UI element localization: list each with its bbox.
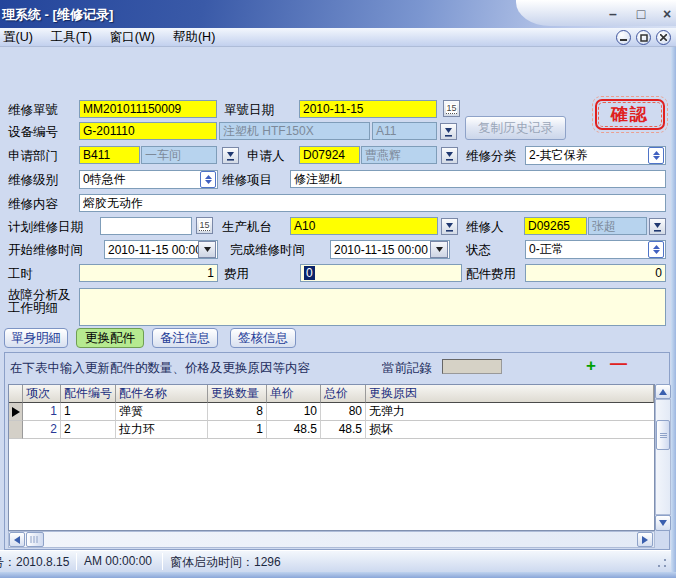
repairer-lookup-button[interactable] <box>649 218 666 235</box>
requester-lookup-button[interactable] <box>441 147 458 164</box>
start-time-combo[interactable]: 2010-11-15 00:00 <box>104 240 218 259</box>
grid-scroll-right-button[interactable] <box>637 532 653 547</box>
tab-replace-parts[interactable]: 更换配件 <box>76 328 144 348</box>
request-dept-lookup-button[interactable] <box>222 147 239 164</box>
window-title: 理系统 - [维修记录] <box>2 6 113 24</box>
order-date-field[interactable]: 2010-11-15 <box>299 100 437 118</box>
grid-scroll-down-button[interactable] <box>655 515 671 531</box>
status-label: 状态 <box>466 241 491 259</box>
scroll-down-icon <box>659 520 667 526</box>
menu-item-window[interactable]: 窗口(W) <box>101 29 164 46</box>
requester-code-field[interactable]: D07924 <box>299 146 360 164</box>
repair-category-combo[interactable]: 2-其它保养 <box>525 146 666 165</box>
spin-down-icon <box>653 250 660 254</box>
lookup-arrow-icon <box>444 127 453 137</box>
planned-date-picker-button[interactable]: 15 <box>196 217 213 234</box>
cell-item[interactable]: 2 <box>23 421 61 439</box>
cell-qty[interactable]: 8 <box>208 403 267 421</box>
request-dept-label: 申请部门 <box>8 147 58 165</box>
repair-level-combo[interactable]: 0特急件 <box>79 170 218 189</box>
window-close-button[interactable]: × <box>658 4 676 23</box>
cell-part-name[interactable]: 弹簧 <box>116 403 208 421</box>
fault-analysis-textarea[interactable] <box>79 288 666 326</box>
spin-up-icon <box>653 245 660 249</box>
cell-part-no[interactable]: 2 <box>61 421 116 439</box>
add-row-button[interactable]: + <box>586 357 596 374</box>
grid-header-total-price[interactable]: 总价 <box>321 385 366 403</box>
finish-time-combo[interactable]: 2010-11-15 00:00 <box>330 240 450 259</box>
copy-history-button[interactable]: 复制历史记录 <box>465 116 566 140</box>
grid-header-reason[interactable]: 更换原因 <box>366 385 654 403</box>
spin-down-icon <box>653 156 660 160</box>
cell-unit-price[interactable]: 10 <box>267 403 321 421</box>
request-dept-code-field[interactable]: B411 <box>79 146 140 164</box>
status-time: AM 00:00:00 <box>84 554 152 568</box>
spinner-icon[interactable] <box>648 241 664 258</box>
grid-header-qty[interactable]: 更换数量 <box>208 385 267 403</box>
repair-content-field[interactable]: 熔胶无动作 <box>79 194 666 212</box>
menu-item-tools[interactable]: 工具(T) <box>42 29 101 46</box>
grid-header-part-name[interactable]: 配件名称 <box>116 385 208 403</box>
status-startup-time: 窗体启动时间：1296 <box>170 554 281 571</box>
menu-item-settings[interactable]: 置(U) <box>0 29 42 46</box>
mdi-restore-button[interactable] <box>636 30 651 45</box>
tab-remarks[interactable]: 备注信息 <box>152 328 218 348</box>
cell-item[interactable]: 1 <box>23 403 61 421</box>
cell-reason[interactable]: 无弹力 <box>366 403 654 421</box>
work-hours-field[interactable]: 1 <box>79 264 218 282</box>
dropdown-button[interactable] <box>430 241 448 258</box>
equipment-no-field[interactable]: G-201110 <box>79 122 217 140</box>
grid-hscrollbar-track[interactable] <box>8 531 655 548</box>
repair-project-field[interactable]: 修注塑机 <box>290 170 666 188</box>
cell-qty[interactable]: 1 <box>208 421 267 439</box>
parts-cost-field[interactable]: 0 <box>525 264 666 282</box>
table-row[interactable]: 1 1 弹簧 8 10 80 无弹力 <box>9 403 654 421</box>
parts-grid: 项次 配件编号 配件名称 更换数量 单价 总价 更换原因 1 1 弹簧 8 10… <box>8 384 655 531</box>
spinner-icon[interactable] <box>648 147 664 164</box>
cell-part-name[interactable]: 拉力环 <box>116 421 208 439</box>
equipment-lookup-button[interactable] <box>440 123 457 140</box>
tab-approval[interactable]: 签核信息 <box>230 328 296 348</box>
grid-header-part-no[interactable]: 配件编号 <box>61 385 116 403</box>
repairer-name-field: 张超 <box>588 217 647 235</box>
requester-name-field: 曹燕辉 <box>361 146 437 164</box>
planned-date-field[interactable] <box>100 217 192 235</box>
grid-scroll-left-button[interactable] <box>9 532 25 547</box>
spinner-icon[interactable] <box>200 171 216 188</box>
grid-header-item[interactable]: 项次 <box>23 385 61 403</box>
production-machine-lookup-button[interactable] <box>441 218 458 235</box>
grid-header-unit-price[interactable]: 单价 <box>267 385 321 403</box>
status-combo[interactable]: 0-正常 <box>525 240 666 259</box>
row-marker <box>9 421 23 439</box>
resize-grip[interactable] <box>657 558 667 568</box>
order-date-picker-button[interactable]: 15 <box>443 100 460 117</box>
status-separator <box>162 553 163 570</box>
window-minimize-button[interactable]: – <box>604 4 622 23</box>
mdi-close-button[interactable] <box>656 30 671 45</box>
cell-unit-price[interactable]: 48.5 <box>267 421 321 439</box>
table-row[interactable]: 2 2 拉力环 1 48.5 48.5 损坏 <box>9 421 654 439</box>
repairer-code-field[interactable]: D09265 <box>524 217 587 235</box>
mdi-minimize-button[interactable] <box>616 30 631 45</box>
spin-up-icon <box>653 151 660 155</box>
planned-date-label: 计划维修日期 <box>8 218 83 236</box>
cell-total-price[interactable]: 48.5 <box>321 421 366 439</box>
grid-scrollbar-thumb[interactable] <box>656 420 670 450</box>
grid-scroll-up-button[interactable] <box>655 384 671 399</box>
dropdown-button[interactable] <box>198 241 216 258</box>
menu-item-help[interactable]: 帮助(H) <box>164 29 224 46</box>
cell-total-price[interactable]: 80 <box>321 403 366 421</box>
repair-no-field[interactable]: MM201011150009 <box>79 100 217 118</box>
repair-category-label: 维修分类 <box>466 147 516 165</box>
cost-field[interactable]: 0 <box>300 264 462 282</box>
repair-content-label: 维修内容 <box>8 195 58 213</box>
grid-hscrollbar-thumb[interactable] <box>26 532 44 547</box>
grid-scrollbar-track[interactable] <box>655 399 671 515</box>
tab-detail[interactable]: 單身明細 <box>4 328 68 348</box>
production-machine-field[interactable]: A10 <box>290 217 438 235</box>
scroll-up-icon <box>659 389 667 395</box>
window-maximize-button[interactable]: □ <box>632 4 650 23</box>
cell-part-no[interactable]: 1 <box>61 403 116 421</box>
remove-row-button[interactable]: — <box>610 355 627 372</box>
cell-reason[interactable]: 损坏 <box>366 421 654 439</box>
